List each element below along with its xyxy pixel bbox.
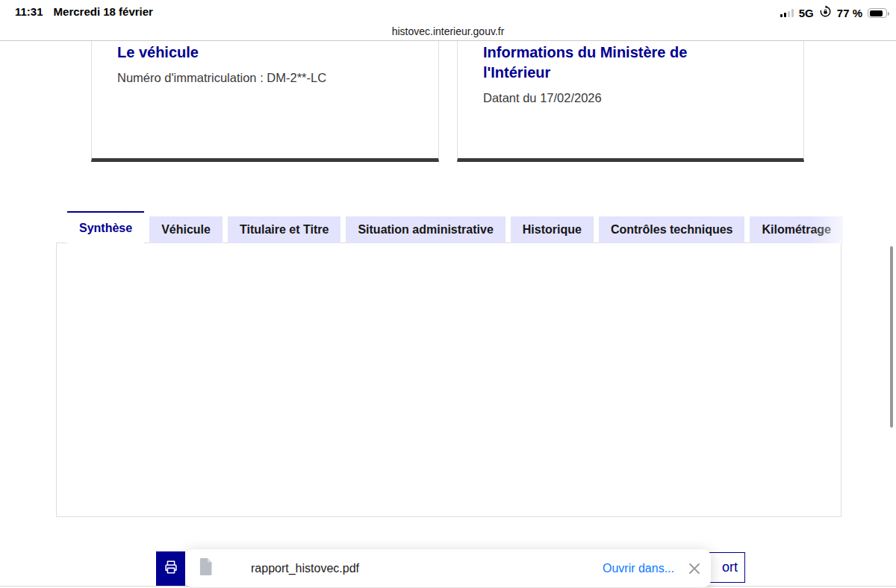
tab-vehicule[interactable]: Véhicule — [149, 216, 223, 243]
ministry-card-title: Informations du Ministère de l'Intérieur — [483, 43, 737, 83]
status-left: 11:31 Mercredi 18 février — [15, 5, 153, 18]
print-button[interactable] — [156, 551, 185, 586]
synthese-panel — [56, 243, 841, 517]
battery-icon — [868, 8, 887, 18]
address-bar[interactable]: histovec.interieur.gouv.fr — [392, 25, 505, 37]
tab-bar: Synthèse Véhicule Titulaire et Titre Sit… — [67, 211, 896, 243]
vehicle-card-title: Le véhicule — [117, 43, 423, 63]
tab-controles-techniques[interactable]: Contrôles techniques — [599, 216, 745, 243]
cellular-signal-icon — [780, 9, 794, 17]
scrollbar-thumb[interactable] — [890, 246, 893, 428]
close-icon[interactable] — [687, 561, 702, 576]
download-report-button-label: ort — [722, 560, 738, 575]
pdf-file-icon — [199, 557, 214, 579]
vehicle-card-body: Numéro d'immatriculation : DM-2**-LC — [117, 69, 423, 86]
vehicle-card: Le véhicule Numéro d'immatriculation : D… — [91, 41, 439, 162]
ministry-card-body: Datant du 17/02/2026 — [483, 90, 788, 106]
open-in-link[interactable]: Ouvrir dans... — [603, 562, 674, 575]
download-filename: rapport_histovec.pdf — [251, 562, 359, 575]
network-type: 5G — [799, 7, 814, 19]
printer-icon — [163, 559, 179, 578]
tab-historique[interactable]: Historique — [511, 216, 594, 243]
tab-titulaire-et-titre[interactable]: Titulaire et Titre — [228, 216, 340, 243]
ministry-card: Informations du Ministère de l'Intérieur… — [457, 41, 804, 162]
tab-kilometrage[interactable]: Kilométrage — [750, 216, 842, 243]
download-popup[interactable]: rapport_histovec.pdf Ouvrir dans... — [185, 549, 711, 587]
battery-percent: 77 % — [837, 7, 862, 19]
status-right: 5G 77 % — [780, 5, 887, 21]
clock: 11:31 — [15, 5, 43, 18]
tab-synthese[interactable]: Synthèse — [67, 211, 144, 243]
rotation-lock-icon — [819, 5, 832, 21]
date: Mercredi 18 février — [54, 5, 153, 18]
browser-toolbar: histovec.interieur.gouv.fr — [0, 22, 896, 41]
tab-situation-administrative[interactable]: Situation administrative — [346, 216, 505, 243]
status-bar: 11:31 Mercredi 18 février 5G 77 % — [0, 0, 896, 22]
